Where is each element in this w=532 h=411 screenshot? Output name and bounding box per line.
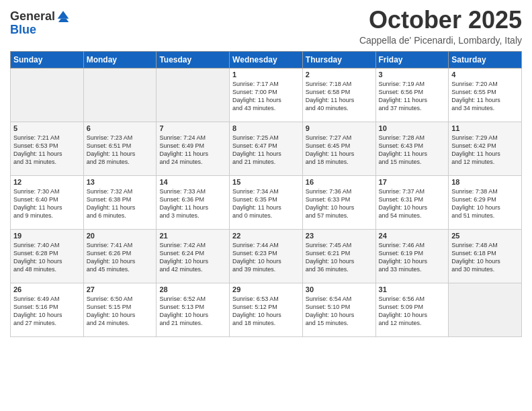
day-number: 6 (87, 124, 154, 132)
calendar-week-1: 1Sunrise: 7:17 AMSunset: 7:00 PMDaylight… (11, 68, 522, 122)
day-info: Sunrise: 6:53 AMSunset: 5:12 PMDaylight:… (232, 295, 300, 328)
calendar-cell: 22Sunrise: 7:44 AMSunset: 6:23 PMDayligh… (230, 229, 303, 283)
calendar-cell: 9Sunrise: 7:27 AMSunset: 6:45 PMDaylight… (302, 122, 375, 175)
calendar-cell: 16Sunrise: 7:36 AMSunset: 6:33 PMDayligh… (302, 175, 375, 229)
calendar-cell (157, 68, 230, 122)
day-number: 12 (13, 178, 81, 186)
day-info: Sunrise: 7:17 AMSunset: 7:00 PMDaylight:… (232, 80, 300, 113)
day-info: Sunrise: 7:18 AMSunset: 6:58 PMDaylight:… (306, 80, 373, 113)
day-info: Sunrise: 7:27 AMSunset: 6:45 PMDaylight:… (306, 134, 373, 167)
day-info: Sunrise: 7:46 AMSunset: 6:19 PMDaylight:… (379, 241, 446, 274)
day-number: 13 (87, 178, 154, 186)
day-info: Sunrise: 6:49 AMSunset: 5:16 PMDaylight:… (13, 295, 81, 328)
calendar-cell: 25Sunrise: 7:48 AMSunset: 6:18 PMDayligh… (449, 229, 522, 283)
day-number: 21 (159, 232, 226, 240)
calendar-header-row: Sunday Monday Tuesday Wednesday Thursday… (11, 51, 522, 68)
day-info: Sunrise: 7:36 AMSunset: 6:33 PMDaylight:… (306, 187, 373, 220)
calendar-week-2: 5Sunrise: 7:21 AMSunset: 6:53 PMDaylight… (11, 122, 522, 175)
day-number: 9 (306, 124, 373, 132)
calendar-cell: 20Sunrise: 7:41 AMSunset: 6:26 PMDayligh… (83, 229, 157, 283)
calendar-cell: 14Sunrise: 7:33 AMSunset: 6:36 PMDayligh… (157, 175, 230, 229)
day-number: 24 (379, 232, 446, 240)
day-number: 8 (232, 124, 300, 132)
calendar-cell: 4Sunrise: 7:20 AMSunset: 6:55 PMDaylight… (449, 68, 522, 122)
day-number: 16 (306, 178, 373, 186)
header: General Blue October 2025 Cappella de' P… (10, 7, 522, 46)
calendar-cell: 7Sunrise: 7:24 AMSunset: 6:49 PMDaylight… (157, 122, 230, 175)
calendar-cell: 5Sunrise: 7:21 AMSunset: 6:53 PMDaylight… (11, 122, 84, 175)
day-info: Sunrise: 7:44 AMSunset: 6:23 PMDaylight:… (232, 241, 300, 274)
day-info: Sunrise: 7:40 AMSunset: 6:28 PMDaylight:… (13, 241, 81, 274)
day-info: Sunrise: 7:37 AMSunset: 6:31 PMDaylight:… (379, 187, 446, 220)
day-number: 30 (306, 285, 373, 293)
day-info: Sunrise: 7:28 AMSunset: 6:43 PMDaylight:… (379, 134, 446, 167)
day-info: Sunrise: 7:33 AMSunset: 6:36 PMDaylight:… (159, 187, 226, 220)
day-number: 17 (379, 178, 446, 186)
day-number: 2 (306, 71, 373, 79)
day-number: 23 (306, 232, 373, 240)
calendar-cell: 23Sunrise: 7:45 AMSunset: 6:21 PMDayligh… (302, 229, 375, 283)
logo-icon (56, 10, 71, 22)
day-number: 10 (379, 124, 446, 132)
day-info: Sunrise: 7:34 AMSunset: 6:35 PMDaylight:… (232, 187, 300, 220)
day-info: Sunrise: 6:52 AMSunset: 5:13 PMDaylight:… (159, 295, 226, 328)
day-number: 22 (232, 232, 300, 240)
day-info: Sunrise: 7:48 AMSunset: 6:18 PMDaylight:… (451, 241, 519, 274)
month-title: October 2025 (359, 7, 522, 34)
calendar-cell: 11Sunrise: 7:29 AMSunset: 6:42 PMDayligh… (449, 122, 522, 175)
calendar-cell: 13Sunrise: 7:32 AMSunset: 6:38 PMDayligh… (83, 175, 157, 229)
day-number: 14 (159, 178, 226, 186)
location-subtitle: Cappella de' Picenardi, Lombardy, Italy (359, 35, 522, 46)
day-info: Sunrise: 7:45 AMSunset: 6:21 PMDaylight:… (306, 241, 373, 274)
day-info: Sunrise: 7:23 AMSunset: 6:51 PMDaylight:… (87, 134, 154, 167)
header-friday: Friday (375, 51, 449, 68)
title-area: October 2025 Cappella de' Picenardi, Lom… (359, 7, 522, 46)
calendar-cell: 8Sunrise: 7:25 AMSunset: 6:47 PMDaylight… (230, 122, 303, 175)
header-wednesday: Wednesday (230, 51, 303, 68)
day-info: Sunrise: 6:50 AMSunset: 5:15 PMDaylight:… (87, 295, 154, 328)
day-number: 19 (13, 232, 81, 240)
calendar-cell: 28Sunrise: 6:52 AMSunset: 5:13 PMDayligh… (157, 283, 230, 336)
calendar-cell: 19Sunrise: 7:40 AMSunset: 6:28 PMDayligh… (11, 229, 84, 283)
header-sunday: Sunday (11, 51, 84, 68)
day-info: Sunrise: 7:20 AMSunset: 6:55 PMDaylight:… (451, 80, 519, 113)
day-number: 7 (159, 124, 226, 132)
day-info: Sunrise: 7:19 AMSunset: 6:56 PMDaylight:… (379, 80, 446, 113)
calendar-cell: 3Sunrise: 7:19 AMSunset: 6:56 PMDaylight… (375, 68, 449, 122)
logo-text-block: General Blue (10, 10, 71, 37)
page-container: General Blue October 2025 Cappella de' P… (0, 0, 532, 344)
day-info: Sunrise: 7:38 AMSunset: 6:29 PMDaylight:… (451, 187, 519, 220)
calendar-week-4: 19Sunrise: 7:40 AMSunset: 6:28 PMDayligh… (11, 229, 522, 283)
logo-general: General (10, 9, 55, 23)
day-info: Sunrise: 7:41 AMSunset: 6:26 PMDaylight:… (87, 241, 154, 274)
calendar-cell: 15Sunrise: 7:34 AMSunset: 6:35 PMDayligh… (230, 175, 303, 229)
day-number: 1 (232, 71, 300, 79)
header-saturday: Saturday (449, 51, 522, 68)
calendar-cell: 26Sunrise: 6:49 AMSunset: 5:16 PMDayligh… (11, 283, 84, 336)
day-info: Sunrise: 7:29 AMSunset: 6:42 PMDaylight:… (451, 134, 519, 167)
logo-blue: Blue (10, 23, 36, 36)
calendar-cell: 12Sunrise: 7:30 AMSunset: 6:40 PMDayligh… (11, 175, 84, 229)
header-thursday: Thursday (302, 51, 375, 68)
day-info: Sunrise: 6:54 AMSunset: 5:10 PMDaylight:… (306, 295, 373, 328)
day-number: 5 (13, 124, 81, 132)
header-tuesday: Tuesday (157, 51, 230, 68)
day-info: Sunrise: 7:42 AMSunset: 6:24 PMDaylight:… (159, 241, 226, 274)
calendar-cell: 1Sunrise: 7:17 AMSunset: 7:00 PMDaylight… (230, 68, 303, 122)
day-number: 18 (451, 178, 519, 186)
calendar-week-3: 12Sunrise: 7:30 AMSunset: 6:40 PMDayligh… (11, 175, 522, 229)
svg-marker-1 (58, 19, 69, 22)
day-number: 4 (451, 71, 519, 79)
calendar-cell (11, 68, 84, 122)
calendar-cell: 10Sunrise: 7:28 AMSunset: 6:43 PMDayligh… (375, 122, 449, 175)
calendar-cell: 24Sunrise: 7:46 AMSunset: 6:19 PMDayligh… (375, 229, 449, 283)
svg-marker-0 (58, 11, 69, 19)
day-number: 28 (159, 285, 226, 293)
day-number: 31 (379, 285, 446, 293)
day-number: 20 (87, 232, 154, 240)
logo: General Blue (10, 10, 71, 37)
calendar-cell: 18Sunrise: 7:38 AMSunset: 6:29 PMDayligh… (449, 175, 522, 229)
day-info: Sunrise: 7:32 AMSunset: 6:38 PMDaylight:… (87, 187, 154, 220)
calendar-cell: 27Sunrise: 6:50 AMSunset: 5:15 PMDayligh… (83, 283, 157, 336)
header-monday: Monday (83, 51, 157, 68)
